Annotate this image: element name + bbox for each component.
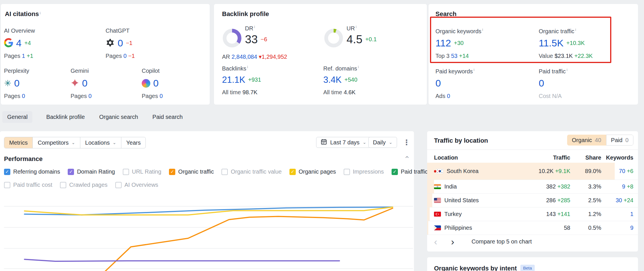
google-icon (4, 38, 13, 48)
performance-line-chart[interactable] (4, 193, 413, 271)
flag-south-korea (436, 169, 443, 174)
info-icon[interactable]: i (254, 25, 255, 29)
checkbox-box[interactable]: ✓ (169, 169, 175, 175)
info-icon[interactable]: i (356, 25, 357, 29)
metric-checkbox-row-2: Paid traffic cost Crawled pages AI Overv… (4, 182, 158, 188)
tab-paid-search[interactable]: Paid search (152, 111, 183, 123)
ai-citations-title: AI citationsi (5, 10, 40, 18)
chevron-down-icon: ⌄ (112, 140, 116, 145)
flag-turkey (434, 212, 441, 217)
filter-competitors-button[interactable]: Competitors⌄ (32, 137, 80, 148)
info-icon[interactable]: i (482, 28, 483, 32)
organic-keywords-by-intent-card: Organic keywords by intentBeta (427, 257, 638, 271)
filter-locations-button[interactable]: Locations⌄ (80, 137, 121, 148)
column-keywords[interactable]: Keywords (601, 154, 633, 161)
traffic-by-location-card: Traffic by location Organic 40 Paid 0 Lo… (427, 131, 638, 252)
general-overview-panel: Metrics Competitors⌄ Locations⌄ Years La… (0, 131, 414, 271)
checkbox-crawled-pages[interactable]: Crawled pages (60, 182, 107, 188)
next-page-icon[interactable]: › (451, 237, 454, 246)
checkbox-box[interactable]: ✓ (392, 169, 398, 175)
table-row-philippines[interactable]: Philippines 58 0.5% 9 (427, 221, 638, 235)
ai-metric-copilot: Copilot 0 Pages 0 (142, 68, 163, 99)
ur-metric: URi 4.5 +0.1 (347, 25, 377, 46)
checkbox-box[interactable] (4, 182, 10, 188)
down-triangle-icon: ▾ (259, 54, 262, 60)
location-table-footer: ‹ › Compare top 5 on chart (434, 237, 532, 246)
toggle-paid[interactable]: Paid 0 (606, 135, 633, 146)
column-traffic[interactable]: Traffic (520, 154, 570, 161)
ur-donut-chart (324, 29, 343, 48)
ai-metric-perplexity: Perplexity ✳ 0 Pages 0 (4, 68, 29, 99)
dr-donut-chart (223, 29, 242, 48)
chatgpt-icon (106, 38, 115, 48)
info-icon[interactable]: i (567, 68, 567, 72)
info-icon[interactable]: i (247, 65, 248, 69)
collapse-chevron-icon[interactable]: ⌃ (404, 155, 410, 164)
info-icon[interactable]: i (358, 65, 359, 69)
search-title: Search (435, 10, 456, 18)
flag-philippines (434, 225, 441, 230)
flag-united-states (434, 198, 441, 203)
table-row-united-states[interactable]: United States 286 +285 2.5% 30 +24 (427, 194, 638, 207)
organic-keywords-metric: Organic keywordsi 112 +30 Top 3 53 +14 (435, 28, 483, 59)
checkbox-domain-rating[interactable]: ✓Domain Rating (68, 168, 115, 175)
info-icon[interactable]: i (575, 28, 576, 32)
checkbox-box[interactable]: ✓ (289, 169, 296, 175)
granularity-button[interactable]: Daily ⌄ (368, 137, 397, 148)
info-icon[interactable]: i (40, 11, 41, 15)
dashboard-screen: AI citationsi AI Overview 4 +4 Pages 1 +… (0, 0, 644, 271)
checkbox-organic-pages[interactable]: ✓Organic pages (289, 168, 336, 175)
checkbox-ai-overviews[interactable]: AI Overviews (115, 182, 158, 188)
checkbox-paid-traffic[interactable]: ✓Paid traffic (392, 168, 428, 175)
checkbox-box[interactable] (115, 182, 122, 188)
table-row-india[interactable]: India 382 +382 3.3% 9 +8 (427, 180, 638, 194)
checkbox-url-rating[interactable]: URL Rating (123, 168, 162, 175)
checkbox-box[interactable]: ✓ (68, 169, 74, 175)
tab-general[interactable]: General (2, 111, 32, 123)
location-table-body: South Korea 10.2K +9.1K 89.0% 70 +6 Indi… (427, 163, 638, 235)
divider (427, 150, 638, 150)
checkbox-organic-traffic[interactable]: ✓Organic traffic (169, 168, 214, 175)
compare-top5-link[interactable]: Compare top 5 on chart (472, 238, 532, 245)
checkbox-box[interactable] (221, 169, 228, 175)
prev-page-icon[interactable]: ‹ (434, 237, 437, 246)
checkbox-paid-traffic-cost[interactable]: Paid traffic cost (4, 182, 52, 188)
checkbox-organic-traffic-value[interactable]: Organic traffic value (221, 168, 282, 175)
paid-keywords-metric: Paid keywordsi 0 Ads 0 (435, 68, 474, 99)
ai-metric-ai-overview: AI Overview 4 +4 Pages 1 +1 (4, 28, 35, 59)
flag-india (434, 184, 441, 189)
filter-years-button[interactable]: Years (121, 137, 145, 148)
backlink-profile-title: Backlink profile (222, 10, 269, 18)
checkbox-box[interactable]: ✓ (4, 169, 10, 175)
chevron-down-icon: ⌄ (363, 140, 366, 145)
location-table-header: Location Traffic Share Keywords (427, 152, 638, 163)
toggle-organic[interactable]: Organic 40 (567, 135, 606, 146)
search-card: Search Organic keywordsi 112 +30 Top 3 5… (429, 4, 638, 105)
chevron-down-icon: ⌄ (389, 140, 392, 145)
column-share[interactable]: Share (570, 154, 601, 161)
checkbox-referring-domains[interactable]: ✓Referring domains (4, 168, 60, 175)
info-icon[interactable]: i (474, 68, 474, 72)
date-range-button[interactable]: Last 7 days ⌄ (316, 137, 371, 148)
ai-metric-gemini: Gemini 0 Pages 0 (71, 68, 92, 99)
checkbox-box[interactable] (123, 169, 129, 175)
perplexity-icon: ✳ (4, 79, 11, 88)
gemini-icon (71, 78, 79, 88)
paid-traffic-metric: Paid traffici 0 Cost N/A (539, 68, 567, 99)
tab-organic-search[interactable]: Organic search (99, 111, 139, 123)
table-row-south-korea[interactable]: South Korea 10.2K +9.1K 89.0% 70 +6 (427, 163, 638, 180)
ai-metric-chatgpt: ChatGPT 0 −1 Pages 0 −1 (106, 28, 135, 59)
filter-metrics-button[interactable]: Metrics (4, 137, 32, 148)
checkbox-box[interactable] (344, 169, 350, 175)
backlink-profile-card: Backlink profile DRi 33 −6 AR 2,848,084 … (214, 4, 427, 105)
organic-traffic-metric: Organic traffici 11.5K +10.3K Value $23.… (539, 28, 593, 59)
more-options-kebab-icon[interactable]: ⋮ (403, 137, 410, 148)
table-row-turkey[interactable]: Turkey 143 +141 1.2% 1 (427, 207, 638, 221)
column-location[interactable]: Location (434, 154, 520, 161)
checkbox-impressions[interactable]: Impressions (344, 168, 384, 175)
tab-backlink-profile[interactable]: Backlink profile (46, 111, 85, 123)
chart-line-domain-rating (24, 259, 339, 261)
checkbox-box[interactable] (60, 182, 66, 188)
share-bar (427, 207, 430, 221)
share-bar (427, 194, 432, 207)
